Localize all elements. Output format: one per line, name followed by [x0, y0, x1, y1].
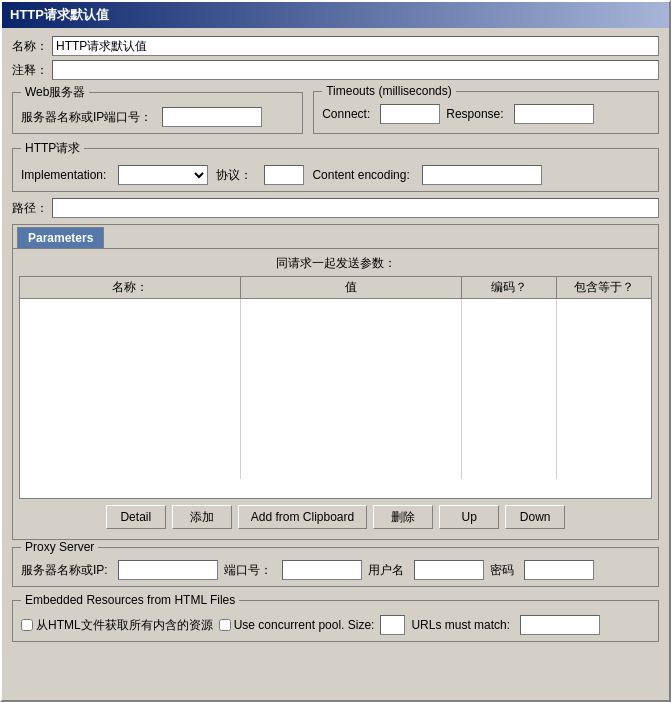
dialog-title: HTTP请求默认值: [10, 6, 109, 24]
down-button[interactable]: Down: [505, 505, 565, 529]
dialog-container: HTTP请求默认值 名称： 注释： Web服务器 服务器名称或IP端口号： Ti…: [0, 0, 671, 702]
path-input[interactable]: [52, 198, 659, 218]
name-label: 名称：: [12, 38, 48, 55]
http-legend: HTTP请求: [21, 140, 84, 157]
proxy-port-input[interactable]: [282, 560, 362, 580]
concurrent-size-input[interactable]: [380, 615, 405, 635]
proxy-server-label: 服务器名称或IP:: [21, 562, 108, 579]
protocol-label: 协议：: [216, 167, 252, 184]
concurrent-text: Use concurrent pool. Size:: [234, 618, 375, 632]
comment-label: 注释：: [12, 62, 48, 79]
params-button-row: Detail 添加 Add from Clipboard 删除 Up Down: [19, 499, 652, 533]
urls-label: URLs must match:: [411, 618, 510, 632]
tab-header: Parameters: [13, 225, 658, 248]
table-row: [20, 339, 651, 359]
timeouts-legend: Timeouts (milliseconds): [322, 84, 456, 98]
tab-content-parameters: 同请求一起发送参数： 名称： 值 编码？ 包含等于？: [13, 248, 658, 539]
server-name-input[interactable]: [162, 107, 262, 127]
col-encode-header: 编码？: [462, 277, 557, 299]
title-bar: HTTP请求默认值: [2, 2, 669, 28]
name-row: 名称：: [12, 36, 659, 56]
connect-input[interactable]: [380, 104, 440, 124]
connect-label: Connect:: [322, 107, 370, 121]
implementation-select[interactable]: HttpClient3.1 HttpClient4 Java: [118, 165, 208, 185]
detail-button[interactable]: Detail: [106, 505, 166, 529]
urls-input[interactable]: [520, 615, 600, 635]
table-row: [20, 359, 651, 379]
path-row: 路径：: [12, 198, 659, 218]
content-encoding-input[interactable]: [422, 165, 542, 185]
embedded-checkbox-label[interactable]: 从HTML文件获取所有内含的资源: [21, 617, 213, 634]
col-value-header: 值: [241, 277, 462, 299]
up-button[interactable]: Up: [439, 505, 499, 529]
params-table: 名称： 值 编码？ 包含等于？: [19, 276, 652, 299]
params-empty-table: [20, 299, 651, 479]
web-server-legend: Web服务器: [21, 84, 89, 101]
timeouts-fieldset: Timeouts (milliseconds) Connect: Respons…: [313, 84, 659, 134]
table-row: [20, 459, 651, 479]
name-input[interactable]: [52, 36, 659, 56]
embedded-checkbox-text: 从HTML文件获取所有内含的资源: [36, 617, 213, 634]
proxy-legend: Proxy Server: [21, 540, 98, 554]
embedded-checkbox[interactable]: [21, 619, 33, 631]
embedded-fieldset: Embedded Resources from HTML Files 从HTML…: [12, 593, 659, 642]
path-label: 路径：: [12, 200, 48, 217]
table-row: [20, 399, 651, 419]
concurrent-label-wrap: Use concurrent pool. Size:: [219, 618, 375, 632]
proxy-user-input[interactable]: [414, 560, 484, 580]
delete-button[interactable]: 删除: [373, 505, 433, 529]
response-label: Response:: [446, 107, 503, 121]
response-input[interactable]: [514, 104, 594, 124]
proxy-server-input[interactable]: [118, 560, 218, 580]
add-button[interactable]: 添加: [172, 505, 232, 529]
implementation-label: Implementation:: [21, 168, 106, 182]
http-request-fieldset: HTTP请求 Implementation: HttpClient3.1 Htt…: [12, 140, 659, 192]
embedded-legend: Embedded Resources from HTML Files: [21, 593, 239, 607]
proxy-pass-input[interactable]: [524, 560, 594, 580]
col-include-header: 包含等于？: [557, 277, 652, 299]
server-timeouts-group: Web服务器 服务器名称或IP端口号： Timeouts (millisecon…: [12, 84, 659, 134]
proxy-user-label: 用户名: [368, 562, 404, 579]
comment-input[interactable]: [52, 60, 659, 80]
table-row: [20, 439, 651, 459]
params-empty-area: [19, 299, 652, 499]
web-server-fieldset: Web服务器 服务器名称或IP端口号：: [12, 84, 303, 134]
proxy-port-label: 端口号：: [224, 562, 272, 579]
concurrent-checkbox[interactable]: [219, 619, 231, 631]
proxy-server-fieldset: Proxy Server 服务器名称或IP: 端口号： 用户名 密码: [12, 540, 659, 587]
content-encoding-label: Content encoding:: [312, 168, 409, 182]
add-clipboard-button[interactable]: Add from Clipboard: [238, 505, 367, 529]
proxy-pass-label: 密码: [490, 562, 514, 579]
protocol-input[interactable]: [264, 165, 304, 185]
tab-parameters[interactable]: Parameters: [17, 227, 104, 248]
table-row: [20, 379, 651, 399]
col-name-header: 名称：: [20, 277, 241, 299]
table-row: [20, 299, 651, 319]
tab-container: Parameters 同请求一起发送参数： 名称： 值 编码？ 包含等于？: [12, 224, 659, 540]
table-row: [20, 319, 651, 339]
table-row: [20, 419, 651, 439]
params-header-label: 同请求一起发送参数：: [19, 255, 652, 272]
server-name-label: 服务器名称或IP端口号：: [21, 109, 152, 126]
comment-row: 注释：: [12, 60, 659, 80]
